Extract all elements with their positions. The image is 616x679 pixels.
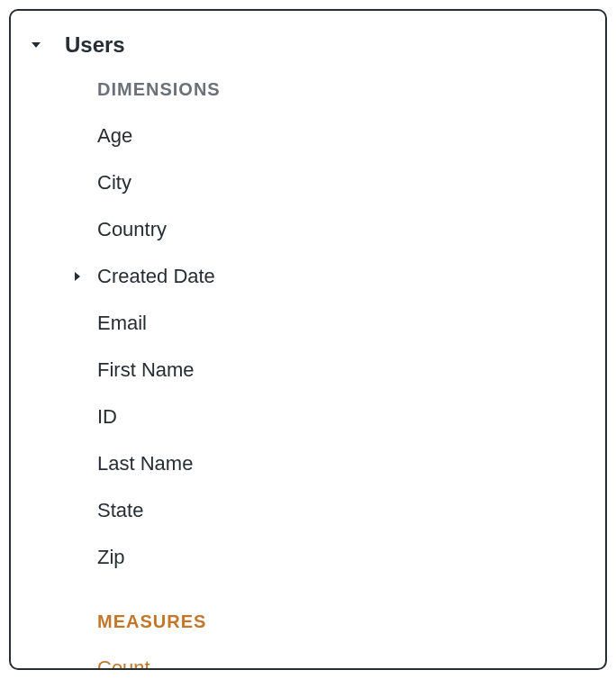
dimension-label: Email <box>97 312 147 335</box>
measures-list: Count <box>97 645 587 670</box>
view-title: Users <box>65 32 125 58</box>
measure-field[interactable]: Count <box>97 645 587 670</box>
dimension-field[interactable]: Created Date <box>97 253 587 300</box>
dimension-field[interactable]: State <box>97 487 587 534</box>
dimension-field[interactable]: Email <box>97 300 587 347</box>
dimension-field[interactable]: ID <box>97 394 587 440</box>
dimension-field[interactable]: Country <box>97 206 587 253</box>
dimension-label: ID <box>97 405 117 429</box>
dimension-field[interactable]: Last Name <box>97 440 587 487</box>
dimensions-header: DIMENSIONS <box>97 79 587 100</box>
dimension-label: State <box>97 499 143 522</box>
view-header[interactable]: Users <box>29 32 587 58</box>
caret-right-icon <box>65 271 90 282</box>
dimension-label: Created Date <box>97 265 215 288</box>
measures-header: MEASURES <box>97 611 587 632</box>
dimension-field[interactable]: Age <box>97 113 587 159</box>
dimension-field[interactable]: City <box>97 159 587 206</box>
dimension-label: Last Name <box>97 452 193 475</box>
dimension-label: Zip <box>97 546 125 569</box>
dimension-field[interactable]: First Name <box>97 347 587 394</box>
dimensions-list: AgeCityCountryCreated DateEmailFirst Nam… <box>97 113 587 581</box>
dimension-label: City <box>97 171 131 195</box>
measure-label: Count <box>97 656 150 670</box>
dimension-label: First Name <box>97 358 195 382</box>
field-picker-panel: Users DIMENSIONS AgeCityCountryCreated D… <box>9 9 607 670</box>
view-content: DIMENSIONS AgeCityCountryCreated DateEma… <box>29 79 587 670</box>
dimension-label: Age <box>97 124 132 148</box>
dimension-field[interactable]: Zip <box>97 534 587 581</box>
caret-down-icon <box>29 38 54 52</box>
dimension-label: Country <box>97 218 167 241</box>
